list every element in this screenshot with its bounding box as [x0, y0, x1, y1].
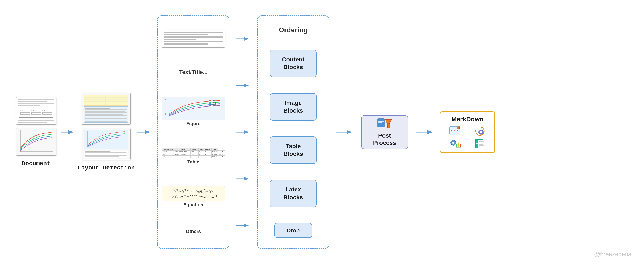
svg-rect-18	[85, 117, 117, 118]
svg-rect-48	[378, 120, 384, 121]
svg-rect-27	[85, 151, 110, 152]
svg-rect-12	[85, 108, 110, 109]
image-blocks-box: Image Blocks	[270, 93, 316, 121]
drop-box: Drop	[274, 223, 312, 238]
center-others-label: Others	[186, 229, 201, 234]
post-process-column: Post Process	[359, 115, 410, 149]
svg-rect-39	[209, 100, 212, 101]
arrow-md-svg	[416, 127, 434, 137]
document-label: Document	[22, 160, 50, 167]
svg-rect-67	[452, 145, 454, 146]
svg-rect-61	[480, 134, 482, 135]
center-table-label: Table	[188, 159, 199, 165]
center-figure-chart: 0.0 0.5 1.0 Line 1 Line 2 Line 3 Line 4	[162, 97, 225, 120]
svg-rect-21	[85, 121, 127, 122]
preview-line	[164, 41, 223, 42]
arrow-block-3	[235, 127, 252, 137]
doc-line	[18, 99, 54, 100]
svg-rect-68	[450, 142, 452, 143]
svg-text:</>: </>	[451, 128, 458, 132]
svg-point-59	[480, 131, 482, 133]
blocks-column: Ordering Content Blocks Image Blocks Tab…	[257, 15, 329, 249]
svg-text:Line 4: Line 4	[212, 105, 216, 107]
markdown-icon-chart	[444, 138, 466, 149]
code-icon-svg: </> 👤	[448, 125, 461, 136]
center-chart-svg: 0.0 0.5 1.0 Line 1 Line 2 Line 3 Line 4	[162, 97, 224, 120]
doc-line	[18, 122, 47, 123]
center-text-title: Text/Title...	[179, 69, 207, 76]
arrow-svg-2	[136, 127, 153, 137]
arrow-block-1	[235, 33, 252, 44]
doc-icon-svg	[474, 138, 486, 149]
svg-rect-62	[478, 132, 479, 133]
svg-rect-13	[85, 109, 127, 110]
arrow-markdown	[414, 127, 436, 137]
doc-line	[18, 103, 54, 104]
svg-rect-41	[209, 102, 212, 103]
center-table-section: Training DataParamsContentCQATokensLR Su…	[162, 147, 225, 165]
svg-rect-19	[85, 118, 127, 119]
layout-page-2	[82, 128, 131, 160]
center-equation-box: f1m,...,fnm = CLIPenc(f1v,...,fnv) di,g1…	[162, 186, 225, 201]
table-blocks-box: Table Blocks	[270, 136, 316, 164]
svg-rect-16	[85, 114, 123, 115]
preview-line	[164, 32, 223, 33]
svg-rect-71	[458, 143, 459, 147]
svg-rect-79	[479, 141, 484, 142]
svg-text:0.5: 0.5	[164, 106, 166, 108]
svg-rect-83	[479, 146, 482, 147]
flow-row: Col1Col2Col3 ABC DEF	[0, 0, 644, 264]
arrow-block-5	[235, 220, 252, 231]
svg-text:0.0: 0.0	[164, 113, 166, 115]
markdown-icons-grid: </> 👤	[444, 125, 492, 149]
preview-line	[164, 39, 196, 40]
svg-rect-45	[209, 105, 212, 106]
svg-point-65	[452, 142, 454, 144]
content-blocks-box: Content Blocks	[270, 50, 316, 77]
svg-rect-63	[483, 132, 484, 133]
svg-rect-15	[85, 112, 127, 113]
diagram-container: Col1Col2Col3 ABC DEF	[0, 0, 644, 264]
preview-line	[164, 34, 208, 35]
center-page-preview	[162, 30, 225, 48]
svg-rect-81	[479, 144, 483, 145]
markdown-icon-code: </> 👤	[444, 125, 466, 136]
center-table-mini: Training DataParamsContentCQATokensLR Su…	[162, 147, 225, 158]
latex-blocks-box: Latex Blocks	[270, 180, 316, 207]
svg-rect-72	[460, 143, 461, 147]
post-process-box: Post Process	[361, 115, 408, 149]
svg-text:Line 3: Line 3	[212, 103, 216, 105]
markdown-column: MarkDown </> 👤	[438, 111, 497, 153]
svg-rect-31	[85, 156, 119, 157]
layout-detection-column: Layout Detection	[76, 93, 136, 171]
svg-rect-60	[480, 130, 482, 131]
layout-detection-label: Layout Detection	[78, 164, 135, 171]
markdown-title: MarkDown	[451, 116, 484, 123]
layout-svg-1	[82, 93, 130, 124]
doc-line	[18, 120, 54, 121]
svg-rect-69	[455, 142, 456, 143]
markdown-icon-gear	[468, 125, 492, 136]
svg-rect-70	[456, 144, 458, 147]
equation-text-1: f1m,...,fnm = CLIPenc(f1v,...,fnv)	[174, 189, 213, 193]
doc-table-mini: Col1Col2Col3 ABC DEF	[19, 109, 53, 118]
equation-text-2: di,g1e,...,gnm = CLIPtxt(di,g1e,...,gne)	[170, 194, 217, 198]
center-others-section: Others	[162, 229, 225, 234]
post-process-label: Post Process	[373, 132, 396, 146]
svg-rect-50	[378, 122, 382, 123]
center-to-blocks-arrows	[234, 15, 253, 249]
svg-rect-29	[85, 154, 123, 154]
layout-svg-2	[82, 128, 130, 159]
arrow-svg-1	[60, 127, 76, 137]
doc-line	[18, 101, 47, 102]
center-pipeline: Text/Title...	[157, 15, 230, 249]
post-process-icon	[377, 118, 392, 131]
layout-page-1	[82, 93, 131, 125]
center-equation-label: Equation	[183, 202, 203, 208]
chart-icon-svg	[448, 138, 461, 149]
markdown-box: MarkDown </> 👤	[440, 111, 495, 153]
arrow-block-4	[235, 173, 252, 184]
preview-line	[164, 36, 223, 38]
arrow-post-process	[334, 127, 355, 137]
arrow-2	[136, 127, 153, 137]
